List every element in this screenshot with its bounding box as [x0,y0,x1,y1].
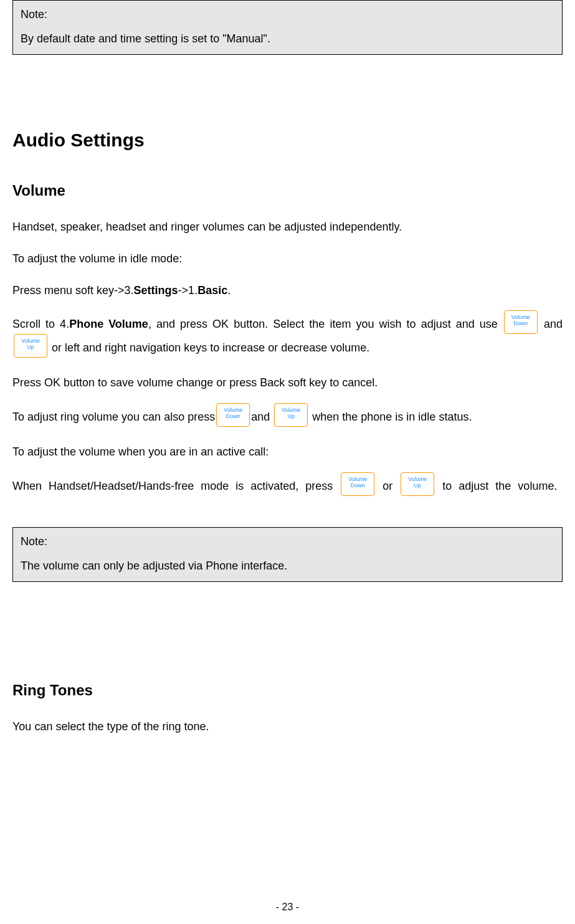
text: . [227,284,230,297]
page-number: - 23 - [0,902,575,913]
text-bold-settings: Settings [134,284,178,297]
text: when the phone is in idle status. [312,411,472,423]
volume-up-icon: VolumeUp [274,403,308,427]
text-ring-adjust: To adjust ring volume you can also press… [12,406,563,429]
text-bold-phone-volume: Phone Volume [69,318,148,330]
text: When Handset/Headset/Hands-free mode is … [12,480,340,492]
note-title: Note: [21,535,554,548]
text: , and press OK button. Select the item y… [148,318,503,330]
text-bold-basic: Basic [197,284,227,297]
text-active-call-line: When Handset/Headset/Hands-free mode is … [12,475,563,498]
text-scroll-line: Scroll to 4.Phone Volume, and press OK b… [12,313,563,360]
note-box-datetime: Note: By default date and time setting i… [12,0,563,55]
text: To adjust ring volume you can also press [12,411,215,423]
volume-down-icon: VolumeDown [341,472,374,496]
note-title: Note: [21,8,554,21]
text: and [544,318,563,330]
text: Press menu soft key->3. [12,284,134,297]
text-idle-label: To adjust the volume in idle mode: [12,250,563,268]
text: or [383,480,399,492]
text: ->1. [178,284,198,297]
text-ring-tones: You can select the type of the ring tone… [12,718,563,736]
text: or left and right navigation keys to inc… [52,341,369,354]
text: and [251,411,273,423]
text: to adjust the volume. [442,480,557,492]
note-body: By default date and time setting is set … [21,32,554,45]
subheading-volume: Volume [12,182,563,199]
text-active-call-label: To adjust the volume when you are in an … [12,443,563,461]
volume-down-icon: VolumeDown [216,403,250,427]
volume-up-icon: VolumeUp [401,472,434,496]
volume-up-icon: VolumeUp [14,334,47,358]
text: Scroll to 4. [12,318,69,330]
volume-down-icon: VolumeDown [504,310,538,334]
text-ok-save: Press OK button to save volume change or… [12,374,563,392]
heading-audio-settings: Audio Settings [12,130,563,151]
note-box-volume: Note: The volume can only be adjusted vi… [12,527,563,582]
note-body: The volume can only be adjusted via Phon… [21,560,554,573]
subheading-ring-tones: Ring Tones [12,682,563,699]
text-menu-path: Press menu soft key->3.Settings->1.Basic… [12,282,563,300]
text-intro: Handset, speaker, headset and ringer vol… [12,218,563,236]
